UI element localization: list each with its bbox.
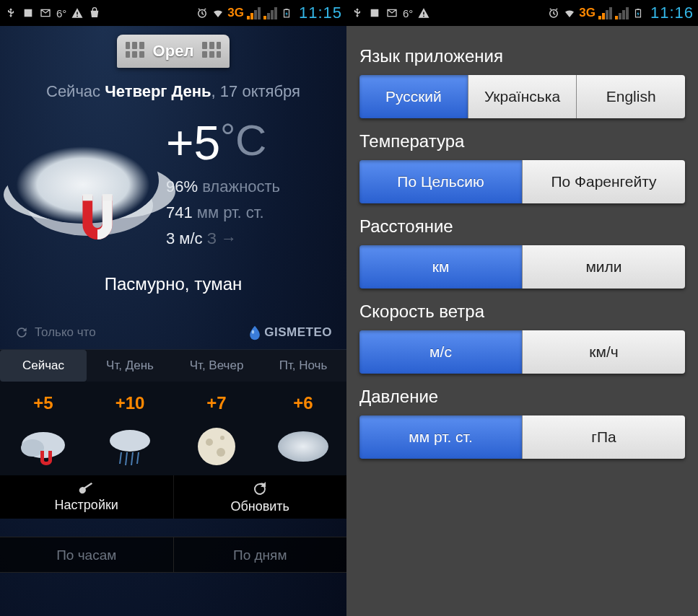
- mail-icon: [385, 6, 398, 19]
- status-temp: 6°: [56, 7, 66, 19]
- lang-option-en[interactable]: English: [576, 75, 685, 118]
- temp-value: +5: [166, 115, 220, 170]
- brand-logo[interactable]: GISMETEO: [248, 325, 332, 340]
- wind-row: 3 м/с З →: [166, 229, 332, 248]
- droplet-icon: [248, 325, 261, 340]
- image-icon: [22, 6, 35, 19]
- signal-bars-1: [598, 6, 612, 19]
- status-clock: 11:15: [299, 4, 342, 22]
- battery-icon: [632, 6, 645, 19]
- svg-rect-4: [285, 9, 288, 9]
- city-selector[interactable]: Орел: [117, 35, 230, 68]
- magnet-icon: [72, 188, 123, 245]
- pressure-label: мм рт. ст.: [197, 203, 264, 221]
- wind-option-kmh[interactable]: км/ч: [522, 330, 685, 374]
- image-icon: [368, 6, 381, 19]
- settings-button[interactable]: Настройки: [0, 475, 174, 519]
- status-bar: 6° 3G 11:15: [0, 0, 346, 26]
- condition-text: Пасмурно, туман: [0, 274, 346, 294]
- dist-option-mi[interactable]: мили: [522, 245, 685, 289]
- forecast-icon-moon: [173, 418, 260, 475]
- pressure-option-mmhg[interactable]: мм рт. ст.: [359, 415, 522, 459]
- forecast-temp-2: +7: [173, 382, 260, 418]
- segment-language: Русский Українська English: [359, 75, 685, 118]
- svg-rect-5: [82, 194, 92, 201]
- pressure-row: 741 мм рт. ст.: [166, 203, 332, 222]
- last-updated[interactable]: Только что: [14, 325, 96, 340]
- mail-icon: [39, 6, 52, 19]
- svg-point-17: [220, 436, 224, 440]
- dist-option-km[interactable]: км: [359, 245, 522, 289]
- svg-point-15: [198, 428, 235, 465]
- signal-bars-2: [615, 6, 629, 19]
- wind-option-ms[interactable]: м/с: [359, 330, 522, 374]
- temp-unit: C: [235, 115, 266, 165]
- forecast-tab-evening[interactable]: Чт, Вечер: [173, 350, 260, 382]
- temp-option-celsius[interactable]: По Цельсию: [359, 160, 522, 203]
- network-3g: 3G: [227, 6, 244, 20]
- svg-rect-23: [637, 9, 640, 9]
- forecast-icon-cloudy: [0, 418, 87, 475]
- lang-option-ru[interactable]: Русский: [359, 75, 468, 118]
- temperature-main: +5°C: [166, 115, 332, 170]
- daily-button[interactable]: По дням: [174, 537, 347, 573]
- forecast-temp-3: +6: [260, 382, 346, 418]
- city-name: Орел: [153, 42, 194, 60]
- signal-bars-2: [263, 6, 277, 19]
- section-wind-title: Скорость ветра: [359, 302, 685, 322]
- svg-rect-19: [424, 12, 425, 15]
- battery-icon: [280, 6, 293, 19]
- wifi-icon: [211, 6, 224, 19]
- refresh-button[interactable]: Обновить: [174, 475, 347, 519]
- bag-icon: [88, 6, 101, 19]
- segment-wind: м/с км/ч: [359, 330, 685, 374]
- humidity-label: влажность: [202, 177, 280, 195]
- now-label: Сейчас: [46, 82, 100, 100]
- usb-icon: [4, 6, 17, 19]
- svg-line-14: [137, 452, 139, 464]
- wifi-icon: [563, 6, 576, 19]
- temp-option-fahrenheit[interactable]: По Фаренгейту: [522, 160, 685, 203]
- view-mode-overlay: По часам По дням: [0, 537, 346, 573]
- svg-rect-20: [424, 16, 425, 17]
- date-row: Сейчас Четверг День, 17 октября: [0, 82, 346, 101]
- forecast-tab-night[interactable]: Пт, Ночь: [260, 350, 346, 382]
- pressure-option-hpa[interactable]: гПа: [522, 415, 685, 459]
- segment-distance: км мили: [359, 245, 685, 289]
- forecast-strip: Сейчас Чт, День Чт, Вечер Пт, Ночь +5 +1…: [0, 349, 346, 475]
- warning-icon: [71, 6, 84, 19]
- day-label: Четверг День: [105, 82, 211, 100]
- hourly-button[interactable]: По часам: [0, 537, 174, 573]
- forecast-temp-1: +10: [87, 382, 173, 418]
- refresh-icon: [14, 325, 29, 340]
- forecast-tab-now[interactable]: Сейчас: [0, 350, 87, 382]
- wind-direction: З →: [207, 229, 237, 247]
- svg-point-10: [110, 430, 150, 452]
- segment-pressure: мм рт. ст. гПа: [359, 415, 685, 459]
- refresh-label: Обновить: [230, 499, 289, 514]
- temp-degree: °: [220, 115, 235, 159]
- usb-icon: [351, 6, 364, 19]
- status-clock: 11:16: [650, 4, 694, 22]
- svg-point-7: [252, 330, 254, 334]
- section-pressure-title: Давление: [359, 387, 685, 407]
- forecast-tab-day[interactable]: Чт, День: [87, 350, 173, 382]
- warning-icon: [417, 6, 430, 19]
- section-temperature-title: Температура: [359, 131, 685, 151]
- brand-text: GISMETEO: [264, 325, 332, 340]
- section-distance-title: Расстояние: [359, 216, 685, 237]
- svg-point-18: [217, 448, 225, 457]
- segment-temperature: По Цельсию По Фаренгейту: [359, 160, 685, 203]
- svg-line-13: [131, 452, 133, 465]
- svg-line-11: [120, 452, 121, 464]
- svg-point-16: [206, 439, 213, 446]
- forecast-icon-rain: [87, 418, 173, 475]
- lang-option-ua[interactable]: Українська: [468, 75, 577, 118]
- wrench-icon: [77, 482, 96, 496]
- forecast-icon-cloudy-2: [260, 418, 346, 475]
- humidity-value: 96%: [166, 177, 198, 195]
- svg-line-12: [126, 452, 127, 465]
- settings-label: Настройки: [55, 498, 118, 513]
- alarm-icon: [196, 6, 209, 19]
- svg-rect-6: [102, 194, 113, 201]
